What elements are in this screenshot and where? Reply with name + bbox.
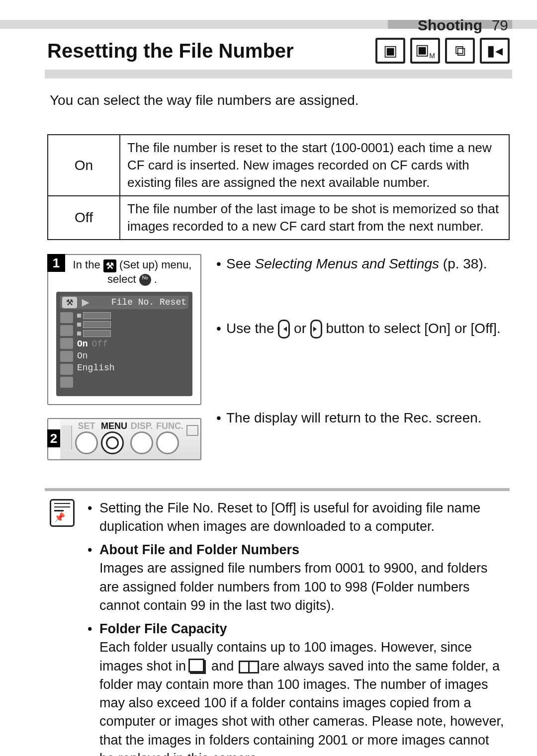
note-body: Folder File Capacity Each folder usually… [99, 620, 507, 756]
lcd-row-icon [60, 364, 73, 375]
note-icon: 📌 [50, 499, 75, 527]
note-text: • Setting the File No. Reset to [Off] is… [88, 499, 507, 756]
page-title: Resetting the File Number [47, 40, 294, 62]
lcd-row-icon [60, 351, 73, 362]
lcd-onoff-row: OnOff [77, 339, 115, 349]
note-item: • Folder File Capacity Each folder usual… [88, 620, 507, 756]
option-key: Off [48, 196, 120, 240]
camera-edge [61, 425, 72, 449]
note-item: • Setting the File No. Reset to [Off] is… [88, 499, 507, 536]
reference-title: Selecting Menus and Settings [255, 256, 439, 271]
header-bar: Shooting 79 [0, 20, 537, 29]
set-label: SET [75, 421, 98, 431]
option-key: On [48, 135, 120, 196]
lcd-value-column: OnOff On English [77, 312, 115, 388]
lcd-tab-play-icon: ▶ [82, 297, 89, 308]
note-item: • About File and Folder Numbers Images a… [88, 541, 507, 615]
step-1-text: In the ⚒ (Set up) menu, select № . [65, 255, 200, 286]
mode-stitch-icon: ⧉ [445, 38, 475, 64]
left-button-icon [278, 320, 290, 338]
lcd-row-icon [60, 312, 73, 323]
lcd-tabs: ⚒ ▶ File No. Reset [60, 296, 188, 309]
intro-text: You can select the way file numbers are … [0, 92, 537, 120]
note-heading: About File and Folder Numbers [99, 542, 299, 557]
lcd-slider-row [77, 330, 115, 337]
desc-bullet: • The display will return to the Rec. sc… [216, 408, 510, 427]
lcd-rows: OnOff On English [60, 312, 188, 388]
lcd-slider-row [77, 312, 115, 319]
options-table: On The file number is reset to the start… [47, 134, 510, 240]
title-underbar [45, 70, 512, 79]
lcd-slider-row [77, 321, 115, 328]
disp-button-icon [130, 431, 153, 454]
page-number: 79 [492, 17, 508, 34]
strip-end-icons [186, 432, 198, 443]
step-2-head: 2 SET MENU DISP. [48, 419, 200, 459]
lcd-row-icon [60, 325, 73, 336]
table-row: Off The file number of the last image to… [48, 196, 509, 240]
setup-menu-icon: ⚒ [103, 259, 116, 272]
mode-icons: ▣ ▣M ⧉ ▮◂ [375, 38, 510, 64]
lcd-value: English [77, 363, 115, 373]
note-body: About File and Folder Numbers Images are… [99, 541, 507, 615]
disp-label: DISP. [130, 421, 153, 431]
description-column: • See Selecting Menus and Settings (p. 3… [216, 254, 510, 473]
step1-pre: In the [73, 258, 103, 271]
lcd-row-icon [60, 377, 73, 388]
desc-text: The display will return to the Rec. scre… [226, 408, 482, 427]
menu-button-icon [101, 431, 124, 454]
desc-bullet: • See Selecting Menus and Settings (p. 3… [216, 254, 510, 273]
lcd-tab-tools-icon: ⚒ [62, 297, 77, 308]
stitch-assist-icon [239, 661, 257, 673]
step-number: 2 [47, 429, 60, 447]
continuous-shot-icon [190, 660, 206, 674]
func-label: FUNC. [156, 421, 183, 431]
right-button-icon [310, 320, 322, 338]
steps-section: 1 In the ⚒ (Set up) menu, select № . ⚒ [0, 254, 537, 482]
lcd-icon-column [60, 312, 73, 388]
step-1-box: 1 In the ⚒ (Set up) menu, select № . ⚒ [47, 254, 201, 405]
note-section: 📌 • Setting the File No. Reset to [Off] … [0, 499, 537, 756]
steps-column: 1 In the ⚒ (Set up) menu, select № . ⚒ [47, 254, 201, 473]
menu-label: MENU [101, 421, 127, 431]
step1-select-post: . [154, 273, 157, 285]
camera-button-strip: SET MENU DISP. FUNC. [60, 419, 200, 459]
strip-small-icon [186, 425, 198, 436]
desc-text: Use the or button to select [On] or [Off… [226, 319, 501, 339]
mode-camera-auto-icon: ▣ [375, 38, 405, 64]
section-label: Shooting [418, 17, 482, 34]
mode-movie-icon: ▮◂ [480, 38, 510, 64]
lcd-menu-label: File No. Reset [111, 297, 186, 307]
note-heading: Folder File Capacity [99, 621, 227, 636]
desc-bullet: • Use the or button to select [On] or [O… [216, 319, 510, 339]
step-2-box: 2 SET MENU DISP. [47, 418, 201, 460]
step1-setup: (Set up) menu, [119, 258, 192, 271]
lcd-row-icon [60, 338, 73, 349]
step-1-head: 1 In the ⚒ (Set up) menu, select № . [48, 255, 200, 286]
title-row: Resetting the File Number ▣ ▣M ⧉ ▮◂ [0, 33, 537, 70]
mode-camera-manual-icon: ▣M [410, 38, 440, 64]
set-button-icon [75, 431, 98, 454]
lcd-screenshot: ⚒ ▶ File No. Reset [56, 292, 192, 396]
lcd-value: On [77, 351, 115, 361]
note-divider [45, 488, 510, 491]
note-body: Setting the File No. Reset to [Off] is u… [99, 499, 507, 536]
option-desc: The file number is reset to the start (1… [120, 135, 509, 196]
desc-text: See Selecting Menus and Settings (p. 38)… [226, 254, 487, 273]
table-row: On The file number is reset to the start… [48, 135, 509, 196]
file-no-reset-icon: № [139, 274, 151, 286]
option-desc: The file number of the last image to be … [120, 196, 509, 240]
note-icon-column: 📌 [50, 499, 75, 756]
manual-page: Shooting 79 Resetting the File Number ▣ … [0, 0, 537, 756]
func-button-icon [156, 431, 179, 454]
step-number: 1 [47, 254, 65, 272]
step1-select-pre: select [107, 273, 139, 285]
